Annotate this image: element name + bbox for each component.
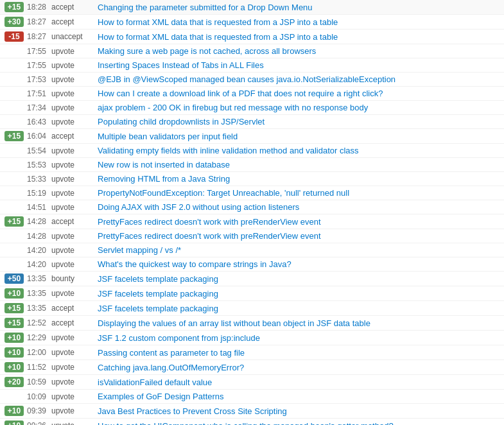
title-link[interactable]: Doing AJAX with JSF 2.0 without using ac… (98, 202, 501, 212)
title-link[interactable]: How to format XML data that is requested… (98, 17, 501, 27)
table-row: 15:54upvoteValidating empty fields with … (0, 144, 504, 158)
title-link[interactable]: New row is not inserted in database (98, 160, 501, 169)
title-link[interactable]: PrettyFaces redirect doesn't work with p… (98, 231, 501, 241)
title-link[interactable]: Inserting Spaces Instead of Tabs in ALL … (98, 60, 501, 70)
table-row: 16:43upvotePopulating child dropdownlist… (0, 115, 504, 129)
title-link[interactable]: JSF 1.2 custom component from jsp:includ… (98, 333, 501, 343)
time-cell: 13:35 (26, 274, 51, 283)
time-cell: 15:53 (26, 160, 51, 169)
action-cell: upvote (51, 333, 98, 342)
action-cell: upvote (51, 406, 98, 415)
action-cell: upvote (51, 117, 98, 126)
table-row: 14:28upvotePrettyFaces redirect doesn't … (0, 229, 504, 243)
table-row: +1009:39upvoteJava Best Practices to Pre… (0, 404, 504, 419)
action-cell: upvote (51, 146, 98, 155)
title-link[interactable]: How can I create a download link of a PD… (98, 89, 501, 98)
reputation-badge: +10 (4, 406, 24, 416)
title-link[interactable]: Servlet mapping / vs /* (98, 245, 501, 255)
action-cell: upvote (51, 61, 98, 70)
action-cell: accept (51, 217, 98, 226)
badge-cell: +10 (3, 333, 26, 343)
title-link[interactable]: isValidationFailed default value (98, 377, 501, 387)
action-cell: upvote (51, 203, 98, 212)
title-link[interactable]: PrettyFaces redirect doesn't work with p… (98, 217, 501, 227)
time-cell: 16:43 (26, 117, 51, 126)
reputation-badge: +15 (4, 318, 24, 328)
badge-cell: +15 (3, 216, 26, 227)
reputation-badge: -15 (4, 31, 24, 42)
title-link[interactable]: JSF facelets template packaging (98, 289, 501, 299)
title-link[interactable]: Making sure a web page is not cached, ac… (98, 46, 501, 56)
action-cell: upvote (51, 377, 98, 386)
time-cell: 17:53 (26, 75, 51, 84)
reputation-badge: +15 (4, 216, 24, 227)
badge-cell: +10 (3, 347, 26, 358)
table-row: 15:19upvotePropertyNotFoundException: Ta… (0, 186, 504, 200)
action-cell: accept (51, 3, 98, 12)
title-link[interactable]: Passing content as parameter to tag file (98, 348, 501, 358)
table-row: 17:34upvoteajax problem - 200 OK in fire… (0, 101, 504, 115)
time-cell: 14:51 (26, 203, 51, 212)
action-cell: accept (51, 132, 98, 141)
badge-cell: +10 (3, 421, 26, 425)
title-link[interactable]: How to get the UIComponent who is callin… (98, 421, 501, 426)
time-cell: 14:28 (26, 232, 51, 241)
title-link[interactable]: JSF facelets template packaging (98, 304, 501, 313)
badge-cell: +10 (3, 362, 26, 372)
action-cell: upvote (51, 103, 98, 112)
title-link[interactable]: Displaying the values of an array list w… (98, 318, 501, 328)
title-link[interactable]: Changing the parameter submitted for a D… (98, 3, 501, 12)
time-cell: 10:59 (26, 377, 51, 386)
title-link[interactable]: Removing HTML from a Java String (98, 174, 501, 184)
title-link[interactable]: @EJB in @ViewScoped managed bean causes … (98, 74, 501, 84)
time-cell: 17:55 (26, 47, 51, 56)
badge-cell: +15 (3, 303, 26, 313)
table-row: 17:55upvoteInserting Spaces Instead of T… (0, 58, 504, 73)
title-link[interactable]: Java Best Practices to Prevent Cross Sit… (98, 406, 501, 416)
action-cell: upvote (51, 189, 98, 198)
time-cell: 13:35 (26, 304, 51, 313)
time-cell: 17:34 (26, 103, 51, 112)
title-link[interactable]: Validating empty fields with inline vali… (98, 146, 501, 155)
reputation-badge: +15 (4, 131, 24, 141)
title-link[interactable]: Multiple bean validators per input field (98, 132, 501, 141)
action-cell: upvote (51, 260, 98, 269)
time-cell: 13:35 (26, 289, 51, 298)
reputation-badge: +20 (4, 377, 24, 387)
title-link[interactable]: How to format XML data that is requested… (98, 32, 501, 42)
table-row: +1518:28acceptChanging the parameter sub… (0, 0, 504, 15)
action-cell: upvote (51, 348, 98, 357)
title-link[interactable]: Catching java.lang.OutOfMemoryError? (98, 363, 501, 372)
time-cell: 17:55 (26, 61, 51, 70)
time-cell: 17:51 (26, 89, 51, 98)
title-link[interactable]: PropertyNotFoundException: Target Unreac… (98, 188, 501, 198)
reputation-badge: +10 (4, 362, 24, 372)
action-cell: bounty (51, 274, 98, 283)
action-cell: upvote (51, 47, 98, 56)
time-cell: 14:20 (26, 260, 51, 269)
table-row: +1514:28acceptPrettyFaces redirect doesn… (0, 214, 504, 229)
title-link[interactable]: Populating child dropdownlists in JSP/Se… (98, 117, 501, 126)
reputation-badge: +50 (4, 273, 24, 284)
title-link[interactable]: Examples of GoF Design Patterns (98, 392, 501, 401)
reputation-badge: +10 (4, 421, 24, 425)
badge-cell: +20 (3, 377, 26, 387)
table-row: 10:09upvoteExamples of GoF Design Patter… (0, 390, 504, 404)
table-row: 14:51upvoteDoing AJAX with JSF 2.0 witho… (0, 200, 504, 214)
badge-cell: +10 (3, 288, 26, 299)
badge-cell: +10 (3, 406, 26, 416)
table-row: +3018:27acceptHow to format XML data tha… (0, 15, 504, 30)
title-link[interactable]: What's the quickest way to compare strin… (98, 259, 501, 269)
action-cell: upvote (51, 363, 98, 372)
action-cell: upvote (51, 160, 98, 169)
action-cell: upvote (51, 392, 98, 401)
action-cell: upvote (51, 175, 98, 184)
title-link[interactable]: JSF facelets template packaging (98, 274, 501, 284)
time-cell: 15:33 (26, 175, 51, 184)
title-link[interactable]: ajax problem - 200 OK in firebug but red… (98, 103, 501, 112)
time-cell: 18:27 (26, 17, 51, 26)
reputation-badge: +30 (4, 17, 24, 27)
action-cell: accept (51, 304, 98, 313)
time-cell: 11:52 (26, 363, 51, 372)
table-row: +2010:59upvoteisValidationFailed default… (0, 375, 504, 390)
